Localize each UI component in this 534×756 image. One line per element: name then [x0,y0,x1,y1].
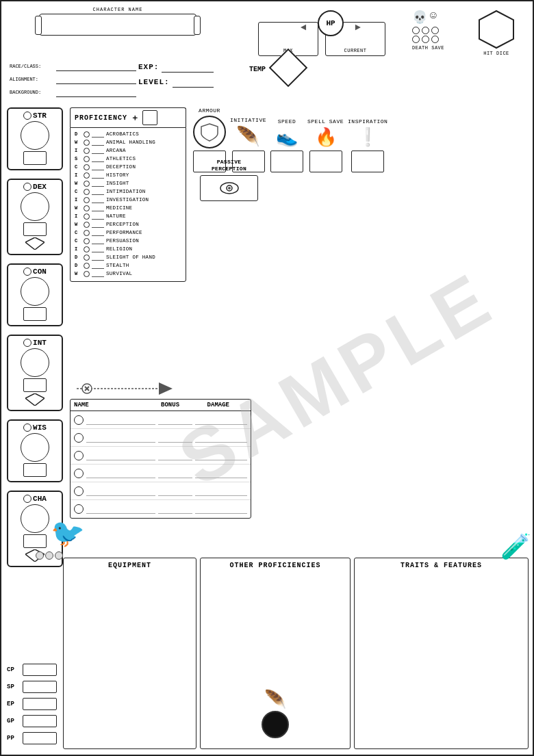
svg-marker-1 [25,237,44,250]
prof-bonus-box[interactable] [142,110,157,125]
weapon-row-5[interactable] [71,482,251,500]
burst-icon: ❕ [357,127,379,148]
passive-box[interactable] [200,175,258,201]
svg-point-6 [228,187,231,190]
con-label: CON [33,268,47,276]
cha-score[interactable] [21,504,49,533]
equipment-section[interactable]: EQUIPMENT [63,558,196,749]
death-save-label: DEATH SAVE [412,45,444,51]
quill-icon: 🪶 [262,689,289,711]
wis-score[interactable] [21,433,49,462]
w-dmg-circle-1 [74,415,84,425]
bird-decoration: 🐦 [51,517,85,551]
temp-diamond[interactable] [271,51,309,88]
str-mod[interactable] [23,151,47,165]
dex-label: DEX [33,183,47,191]
ep-box[interactable] [23,698,57,710]
weapon-row-1[interactable] [71,411,251,429]
coin-cp-row: CP [7,664,62,676]
fail-circle-2[interactable] [422,36,429,43]
gp-box[interactable] [23,715,57,727]
skill-survival: W Survival [75,270,181,277]
armour-circle[interactable] [193,116,226,148]
cp-box[interactable] [23,664,57,676]
quill-decoration: 🪶 [262,689,289,738]
level-input[interactable] [173,77,214,88]
char-info-section: RACE/CLASS: ALIGNMENT: BACKGROUND: [10,62,136,97]
fail-circle-1[interactable] [412,36,420,43]
skill-history: I History [75,172,181,179]
save-circles [412,27,444,43]
con-circle [23,268,31,276]
spell-save-label: SPELL SAVE [307,118,344,125]
weapon-row-6[interactable] [71,500,251,518]
str-score[interactable] [21,121,49,150]
int-score[interactable] [21,348,49,377]
weapon-row-2[interactable] [71,429,251,447]
cha-circle [23,495,31,503]
char-name-section: CHARACTER NAME [39,7,196,36]
exp-input[interactable] [162,62,214,73]
skill-circle-acrobatics[interactable] [84,131,90,138]
exp-row: EXP: [138,62,214,73]
pp-box[interactable] [23,732,57,744]
alignment-input[interactable] [56,75,136,84]
svg-marker-0 [479,11,513,48]
skill-perception: W Perception [75,221,181,228]
death-saves-section: 💀 ☺ DEATH SAVE [412,10,444,51]
w-name-1[interactable] [86,415,155,425]
skill-intimidation: C Intimidation [75,188,181,195]
skill-stat-acrobatics: D [75,131,81,137]
background-input[interactable] [56,88,136,97]
hit-dice-hex-svg [478,10,515,49]
inspiration-value-box[interactable] [351,151,384,172]
str-label: STR [33,112,47,120]
dex-mod[interactable] [23,222,47,236]
stat-dex: DEX [7,179,63,255]
w-damage-1[interactable] [195,415,247,425]
skill-performance: C Performance [75,229,181,236]
skill-athletics: S Athletics [75,155,181,162]
skill-val-acrobatics[interactable] [92,131,104,138]
weapon-row-4[interactable] [71,465,251,482]
save-circle-3[interactable] [431,27,439,34]
race-input[interactable] [56,62,136,71]
skill-insight: W Insight [75,180,181,187]
weapon-icon [77,381,173,396]
skill-medicine: W Medicine [75,205,181,211]
initiative-label: INITIATIVE [230,117,266,123]
prof-title: PROFICIENCY [75,114,127,122]
stats-column: STR DEX CON [7,107,72,573]
sp-box[interactable] [23,681,57,693]
con-mod[interactable] [23,307,47,321]
skill-circle-animal[interactable] [84,140,90,146]
other-proficiencies-section[interactable]: OTHER PROFICIENCIES 🪶 [200,558,351,749]
spell-save-value-box[interactable] [309,151,342,172]
char-name-box[interactable] [39,14,196,36]
stat-str: STR [7,107,63,170]
w-bonus-1[interactable] [158,415,192,425]
skull-row: 💀 ☺ [412,10,444,25]
int-mod[interactable] [23,378,47,392]
weapons-section: NAME BONUS DAMAGE [70,381,251,519]
save-circle-2[interactable] [422,27,429,34]
weapon-row-3[interactable] [71,447,251,465]
save-circle-1[interactable] [412,27,420,34]
speed-value-box[interactable] [270,151,303,172]
fail-circle-3[interactable] [431,36,439,43]
con-score[interactable] [21,277,49,306]
cha-mod[interactable] [23,534,47,548]
skills-list: D Acrobatics W Animal Handling I Arcana [70,127,186,282]
coins-section: CP SP EP GP PP [7,664,62,749]
prof-plus: ＋ [131,112,139,124]
coin-gp-row: GP [7,715,62,727]
equipment-label: EQUIPMENT [67,562,192,569]
wis-mod[interactable] [23,463,47,477]
skill-name-acrobatics: Acrobatics [106,131,139,137]
character-sheet: SAMPLE CHARACTER NAME EXP: LEVEL: RACE/C… [0,0,534,756]
feather-icon: 🪶 [236,125,260,148]
traits-features-section[interactable]: TRAITS & FEATURES 🧪 [354,558,529,749]
dex-score[interactable] [21,192,49,221]
skill-investigation: I Investigation [75,196,181,203]
skill-acrobatics: D Acrobatics [75,131,181,138]
